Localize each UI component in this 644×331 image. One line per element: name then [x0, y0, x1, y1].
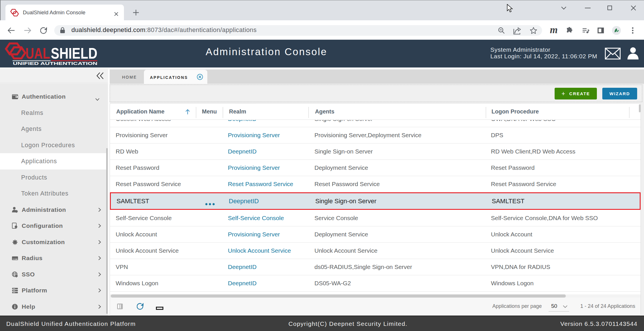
- svg-text:SHIELD: SHIELD: [51, 45, 97, 62]
- svg-text:UNIFIED AUTHENTICATION: UNIFIED AUTHENTICATION: [13, 61, 97, 66]
- svg-text:UAL: UAL: [25, 45, 50, 62]
